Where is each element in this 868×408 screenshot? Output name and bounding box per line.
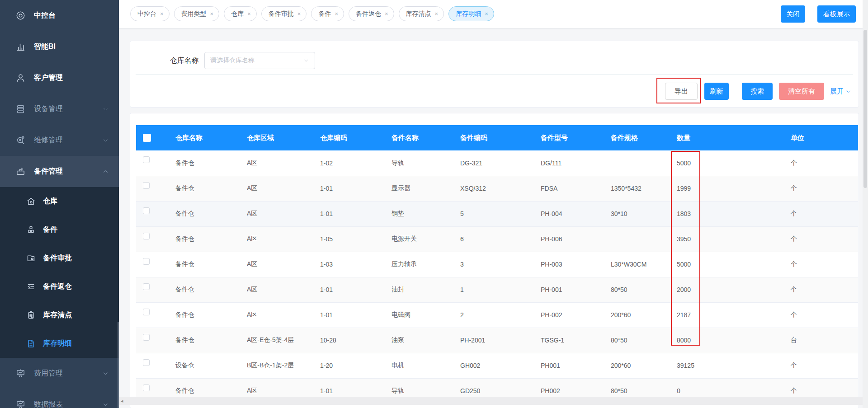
sidebar-menu: 中控台智能BI客户管理设备管理维修管理备件管理仓库备件备件审批备件返仓库存清点库…	[0, 0, 119, 408]
tab-close-icon[interactable]: ×	[210, 10, 214, 17]
sidebar-item-label: 数据报表	[34, 400, 63, 408]
table-cell: 1-03	[313, 252, 385, 277]
vertical-scrollbar-thumb[interactable]	[863, 30, 867, 188]
clear-all-button[interactable]: 清空所有	[779, 83, 824, 100]
filter-card: 仓库名称 请选择仓库名称 导出 刷新 搜索 清空所有 展开	[130, 41, 859, 108]
sidebar-item-parts-approval[interactable]: 备件审批	[0, 244, 119, 272]
sidebar-item-smart-bi[interactable]: 智能BI	[0, 31, 119, 62]
table-cell: 个	[784, 226, 858, 252]
sidebar-item-parts-return[interactable]: 备件返仓	[0, 272, 119, 301]
table-row: 备件仓A区1-05电源开关6PH-0063950个	[136, 226, 858, 252]
scroll-left-icon[interactable]: ◂	[121, 399, 123, 403]
sidebar-scrollbar[interactable]	[118, 322, 119, 408]
refresh-button[interactable]: 刷新	[704, 83, 729, 100]
warehouse-select[interactable]: 请选择仓库名称	[204, 52, 315, 69]
sidebar-item-label: 中控台	[34, 11, 56, 20]
tab-inventory-detail[interactable]: 库存明细×	[448, 6, 494, 21]
table-cell: B区-B仓-1架-2层	[240, 353, 313, 378]
sidebar-item-console[interactable]: 中控台	[0, 0, 119, 31]
table-cell	[604, 150, 670, 176]
table-row: 备件仓A区1-01电磁阀2PH-002200*602187个	[136, 302, 858, 328]
board-display-button[interactable]: 看板展示	[817, 5, 856, 23]
chevron-down-icon	[845, 89, 851, 94]
sidebar-item-label: 库存明细	[43, 339, 72, 348]
table-cell: 80*50	[604, 277, 670, 302]
row-checkbox[interactable]	[143, 334, 150, 341]
sidebar-item-label: 客户管理	[34, 73, 63, 83]
sidebar-item-label: 维修管理	[34, 136, 63, 145]
tab-expense-type[interactable]: 费用类型×	[174, 6, 220, 21]
row-checkbox[interactable]	[143, 309, 150, 315]
sidebar-item-label: 仓库	[43, 197, 57, 206]
table-cell: 10-28	[313, 328, 385, 353]
row-checkbox[interactable]	[143, 233, 150, 239]
table-row: 备件仓A区-E仓-5架-4层10-28油泵PH-2001TGSG-180*508…	[136, 328, 858, 353]
tab-parts-return[interactable]: 备件返仓×	[349, 6, 394, 21]
table-cell: 1803	[670, 201, 784, 226]
sidebar-item-label: 备件管理	[34, 167, 63, 176]
column-header: 单位	[784, 125, 858, 150]
row-checkbox[interactable]	[143, 258, 150, 265]
tab-label: 库存明细	[456, 10, 481, 18]
table-cell: 6	[453, 226, 534, 252]
table-cell: 备件仓	[169, 277, 240, 302]
chevron-down-icon	[303, 57, 309, 64]
tab-parts[interactable]: 备件×	[311, 6, 344, 21]
tab-close-icon[interactable]: ×	[435, 10, 439, 17]
table-cell: TGSG-1	[534, 328, 604, 353]
row-checkbox[interactable]	[143, 385, 150, 391]
table-cell: 3	[453, 252, 534, 277]
sidebar-item-maintenance[interactable]: 维修管理	[0, 125, 119, 156]
tab-close-icon[interactable]: ×	[160, 10, 164, 17]
chevron-down-icon	[102, 370, 109, 377]
tab-close-icon[interactable]: ×	[247, 10, 251, 17]
table-cell: 80*50	[604, 328, 670, 353]
sidebar-item-parts[interactable]: 备件	[0, 216, 119, 244]
row-checkbox[interactable]	[143, 283, 150, 290]
table-cell: PH-006	[534, 226, 604, 252]
chevron-down-icon	[102, 137, 109, 144]
column-header: 数量	[670, 125, 784, 150]
table-cell: A区	[240, 150, 313, 176]
tab-close-icon[interactable]: ×	[485, 10, 488, 17]
row-checkbox[interactable]	[143, 207, 150, 214]
tab-label: 费用类型	[181, 10, 207, 18]
table-row: 备件仓A区1-02导轨DG-321DG/1115000个	[136, 150, 858, 176]
expand-label: 展开	[830, 87, 844, 96]
tab-label: 备件返仓	[356, 10, 381, 18]
tab-console[interactable]: 中控台×	[130, 6, 170, 21]
row-checkbox[interactable]	[143, 156, 150, 163]
horizontal-scrollbar[interactable]: ◂ ▸	[119, 397, 868, 405]
tab-parts-approval[interactable]: 备件审批×	[261, 6, 307, 21]
stocktake-icon	[26, 310, 36, 320]
tab-close-icon[interactable]: ×	[385, 10, 388, 17]
inventory-table-card: 仓库名称仓库区域仓库编码备件名称备件编码备件型号备件规格数量单位 备件仓A区1-…	[130, 113, 859, 408]
select-all-checkbox[interactable]	[143, 134, 151, 142]
tab-close-icon[interactable]: ×	[335, 10, 338, 17]
tab-close-icon[interactable]: ×	[297, 10, 301, 17]
sidebar-item-warehouse[interactable]: 仓库	[0, 187, 119, 216]
search-button[interactable]: 搜索	[742, 83, 773, 100]
table-cell: DG/111	[534, 150, 604, 176]
tab-stocktake[interactable]: 库存清点×	[399, 6, 444, 21]
sidebar-item-devices[interactable]: 设备管理	[0, 94, 119, 125]
expand-link[interactable]: 展开	[830, 83, 851, 100]
parts-icon	[26, 225, 36, 234]
sidebar-item-reports[interactable]: 数据报表	[0, 389, 119, 408]
sidebar-item-expense[interactable]: 费用管理	[0, 358, 119, 389]
close-button[interactable]: 关闭	[781, 5, 805, 23]
table-cell: A区	[240, 176, 313, 201]
sidebar-item-spare-parts[interactable]: 备件管理	[0, 156, 119, 187]
tab-bar: 中控台×费用类型×仓库×备件审批×备件×备件返仓×库存清点×库存明细×	[130, 6, 494, 21]
vertical-scrollbar[interactable]	[863, 0, 868, 408]
table-cell: 个	[784, 201, 858, 226]
tab-warehouse[interactable]: 仓库×	[224, 6, 257, 21]
tab-label: 仓库	[231, 10, 244, 18]
sidebar-item-stocktake[interactable]: 库存清点	[0, 301, 119, 329]
row-checkbox[interactable]	[143, 182, 150, 189]
export-button[interactable]: 导出	[665, 83, 698, 100]
row-checkbox[interactable]	[143, 359, 150, 366]
table-cell: PH-001	[534, 277, 604, 302]
sidebar-item-customers[interactable]: 客户管理	[0, 62, 119, 94]
sidebar-item-inventory-detail[interactable]: 库存明细	[0, 329, 119, 358]
